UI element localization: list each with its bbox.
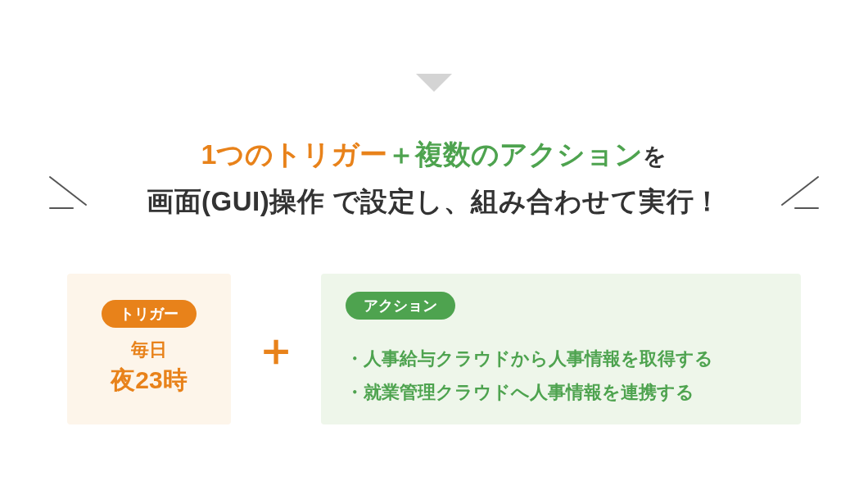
plus-icon: ＋ [254, 327, 298, 371]
plus-block: ＋ [231, 274, 321, 424]
cards-row: トリガー 毎日 夜23時 ＋ アクション 人事給与クラウドから人事情報を取得する… [67, 274, 801, 424]
trigger-line1: 毎日 [131, 338, 167, 362]
headline-action-phrase: 複数のアクション [415, 138, 643, 170]
emphasis-lines-right-icon [774, 172, 823, 216]
headline: 1つのトリガー＋複数のアクションを 画面(GUI)操作 で設定し、組み合わせて実… [0, 131, 868, 225]
headline-line1: 1つのトリガー＋複数のアクションを [0, 131, 868, 179]
headline-trigger-phrase: 1つのトリガー [201, 138, 388, 170]
headline-suffix: を [643, 143, 667, 169]
action-item: 人事給与クラウドから人事情報を取得する [346, 343, 776, 376]
headline-plus: ＋ [387, 138, 415, 170]
trigger-card: トリガー 毎日 夜23時 [67, 274, 231, 424]
action-card: アクション 人事給与クラウドから人事情報を取得する 就業管理クラウドへ人事情報を… [321, 274, 801, 424]
headline-line2: 画面(GUI)操作 で設定し、組み合わせて実行！ [0, 179, 868, 225]
svg-line-0 [50, 177, 86, 205]
arrow-down-icon [416, 74, 452, 92]
action-pill: アクション [346, 292, 455, 320]
trigger-pill: トリガー [102, 300, 197, 328]
action-list: 人事給与クラウドから人事情報を取得する 就業管理クラウドへ人事情報を連携する [346, 343, 776, 409]
svg-line-2 [782, 177, 818, 205]
action-item: 就業管理クラウドへ人事情報を連携する [346, 376, 776, 410]
trigger-line2: 夜23時 [111, 364, 187, 397]
emphasis-lines-left-icon [45, 172, 94, 216]
